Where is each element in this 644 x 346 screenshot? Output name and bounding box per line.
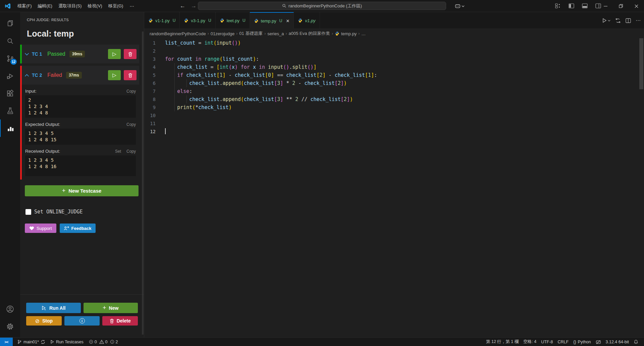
tab-close-icon[interactable]: ✕ (286, 18, 290, 23)
run-testcase-button[interactable]: ▷ (108, 70, 121, 80)
section-text[interactable]: 2 1 2 3 4 1 2 4 8 (25, 95, 136, 118)
run-testcase-button[interactable]: ▷ (108, 49, 121, 59)
testcase-row[interactable]: TC 2Failed37ms▷ (22, 66, 139, 85)
menu-selection[interactable]: 選取項目(S) (55, 2, 85, 10)
eol-item[interactable]: CRLF (555, 338, 571, 346)
delete-button[interactable]: Delete (102, 316, 138, 326)
breadcrumb-item[interactable]: a005 Eva 的回家作業 (288, 31, 330, 37)
minimize-icon[interactable] (598, 0, 613, 12)
more-actions-icon[interactable]: ⋯ (636, 17, 641, 23)
copy-link[interactable]: Copy (126, 149, 136, 154)
breadcrumb-item[interactable]: series_a (267, 31, 284, 36)
copy-link[interactable]: Copy (126, 89, 136, 94)
python-runtime-item[interactable]: 3.12.4 64-bit (603, 338, 632, 346)
errors-icon (89, 340, 93, 344)
notifications-bell-icon[interactable] (631, 338, 641, 346)
indentation-item[interactable]: 空格: 4 (521, 338, 539, 346)
support-button[interactable]: Support (25, 224, 56, 233)
braces-icon: {} (573, 340, 576, 344)
git-branch-item[interactable]: main01* (15, 338, 48, 346)
back-icon[interactable]: ← (180, 3, 185, 9)
restore-icon[interactable] (613, 0, 629, 12)
breadcrumb-item[interactable]: 01 基礎題庫 (239, 31, 263, 37)
encoding-item[interactable]: UTF-8 (539, 338, 555, 346)
set-link[interactable]: Set (115, 149, 121, 154)
copilot-disabled-icon[interactable] (593, 338, 603, 346)
testing-icon[interactable] (0, 102, 20, 119)
menu-file[interactable]: 檔案(F) (14, 2, 35, 10)
cursor-position-item[interactable]: 第 12 行，第 1 欄 (484, 338, 521, 346)
breadcrumb-item[interactable]: randomBeginnerPythonCode (150, 31, 206, 36)
plus-icon: + (62, 187, 66, 194)
search-view-icon[interactable] (0, 32, 20, 50)
code-line: 5 if check_list[1] - check_list[0] == ch… (144, 71, 644, 79)
section-text[interactable]: 1 2 3 4 5 1 2 4 8 16 (25, 155, 136, 176)
section-label: Received Output: (25, 149, 60, 154)
new-button[interactable]: + New (84, 303, 138, 313)
chevron-up-icon[interactable] (24, 74, 29, 77)
language-item[interactable]: {} Python (571, 338, 593, 346)
cph-judge-icon[interactable] (0, 119, 20, 137)
extensions-icon[interactable] (0, 85, 20, 102)
delete-testcase-button[interactable] (124, 70, 137, 80)
explorer-icon[interactable] (0, 15, 20, 32)
code-editor[interactable]: 1list_count = int(input())23for count in… (144, 38, 644, 337)
settings-gear-icon[interactable] (0, 318, 20, 335)
stop-icon: ⊘ (35, 318, 40, 324)
testcase-list: TC 1Passed39ms▷TC 2Failed37ms▷Input:Copy… (20, 45, 144, 182)
menu-view[interactable]: 檢視(V) (85, 2, 105, 10)
editor-scrollbar[interactable] (639, 38, 643, 89)
split-editor-icon[interactable] (626, 18, 631, 23)
code-line-content: if check_list[1] - check_list[0] == chec… (165, 71, 377, 79)
toggle-panel-icon[interactable] (580, 2, 590, 10)
breadcrumb-item[interactable]: temp.py (335, 31, 357, 36)
run-all-button[interactable]: Run All (26, 303, 81, 313)
customize-layout-icon[interactable] (553, 2, 563, 10)
new-testcase-button[interactable]: + New Testcase (25, 185, 139, 196)
code-line: 6 check_list.append(check_list[3] * 2 - … (144, 79, 644, 87)
feedback-button[interactable]: Feedback (60, 224, 96, 233)
breadcrumb-item[interactable]: … (361, 31, 366, 36)
online-judge-checkbox[interactable] (25, 209, 31, 215)
tab-leet.py[interactable]: leet.pyU (216, 12, 250, 29)
problems-item[interactable]: 0 0 2 (86, 338, 120, 346)
menu-more-icon[interactable]: ⋯ (126, 2, 138, 10)
copilot-menu[interactable] (455, 4, 465, 8)
scm-badge: 12 (10, 59, 17, 65)
tab-v3-1.py[interactable]: v3-1.pyU (180, 12, 215, 29)
source-control-icon[interactable]: 12 (0, 50, 20, 67)
vscode-logo-icon (4, 3, 11, 9)
testcase-buttons: ▷ (108, 70, 137, 80)
remote-indicator[interactable]: >< (0, 338, 13, 346)
delete-testcase-button[interactable] (124, 49, 137, 59)
chevron-down-icon[interactable] (24, 53, 29, 56)
testcase-row[interactable]: TC 1Passed39ms▷ (22, 45, 139, 63)
menu-goto[interactable]: 移至(G) (105, 2, 126, 10)
run-testcases-item[interactable]: Run Testcases (48, 338, 86, 346)
modified-marker: U (208, 18, 211, 23)
sidebar-scrollbar[interactable] (142, 32, 144, 335)
copy-link[interactable]: Copy (126, 122, 136, 127)
toggle-primary-sidebar-icon[interactable] (566, 2, 576, 10)
info-button[interactable]: i (64, 316, 100, 326)
testcase-time-badge: 39ms (69, 51, 85, 57)
accounts-icon[interactable] (0, 300, 20, 318)
forward-icon[interactable]: → (191, 3, 197, 9)
breadcrumb-item[interactable]: 01zerojudge (211, 31, 235, 36)
line-number: 8 (144, 95, 165, 103)
tab-v1.py[interactable]: v1.py (294, 12, 320, 29)
tab-v1-1.py[interactable]: v1-1.pyU (144, 12, 180, 29)
close-window-icon[interactable] (629, 0, 644, 12)
command-center[interactable]: randomBeginnerPythonCode (工作區) (198, 2, 446, 10)
stop-button[interactable]: ⊘ Stop (26, 316, 62, 326)
sidebar-header: CPH JUDGE: RESULTS (20, 12, 144, 22)
title-bar: 檔案(F) 編輯(E) 選取項目(S) 檢視(V) 移至(G) ⋯ ← → ra… (0, 0, 644, 12)
chevron-down-icon (608, 19, 610, 22)
crumb-separator-icon: › (285, 31, 287, 36)
cph-run-icon[interactable] (615, 18, 621, 23)
run-python-file-button[interactable] (602, 18, 610, 23)
run-debug-icon[interactable] (0, 67, 20, 85)
section-text[interactable]: 1 2 3 4 5 1 2 4 8 15 (25, 129, 136, 145)
menu-edit[interactable]: 編輯(E) (35, 2, 55, 10)
tab-temp.py[interactable]: temp.pyU✕ (250, 12, 294, 29)
